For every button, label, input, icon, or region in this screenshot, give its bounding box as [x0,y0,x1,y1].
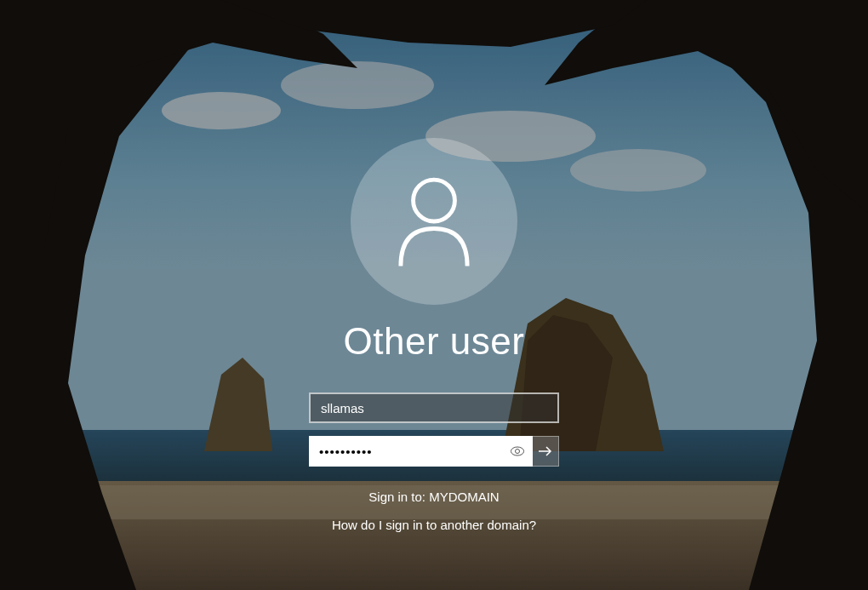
svg-point-8 [414,180,455,221]
password-row [309,436,559,467]
arrow-right-icon [537,444,554,458]
svg-point-9 [516,450,520,454]
login-panel: Other user Sign in to: MYDOMAIN How do I… [0,0,868,590]
password-input[interactable] [309,436,502,467]
username-input[interactable] [309,392,559,423]
eye-icon [511,446,524,456]
other-domain-link[interactable]: How do I sign in to another domain? [332,518,536,532]
password-reveal-button[interactable] [502,436,533,467]
signin-label: Sign in to: [368,490,429,504]
username-row [309,392,559,423]
password-field-wrapper [309,436,533,467]
login-title: Other user [344,320,525,363]
signin-domain-text: Sign in to: MYDOMAIN [368,490,499,504]
domain-name: MYDOMAIN [429,490,500,504]
person-icon [391,175,477,268]
user-avatar [351,138,517,305]
submit-button[interactable] [533,436,559,467]
